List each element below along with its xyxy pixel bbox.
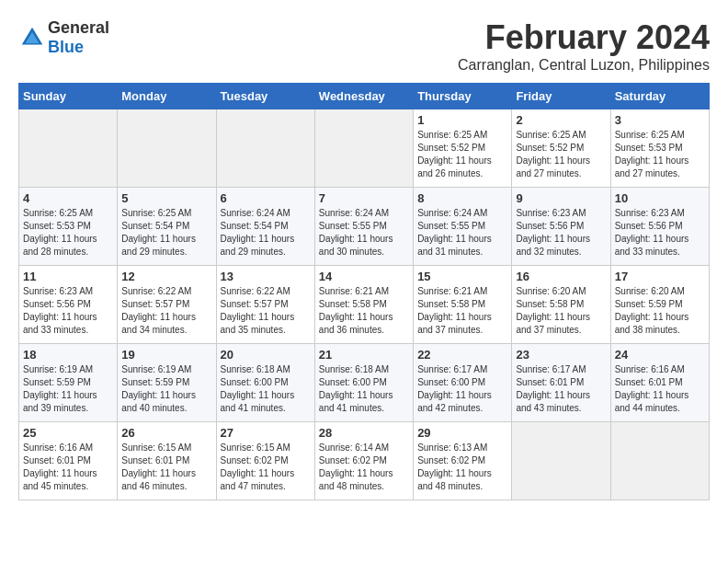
calendar-cell: 1Sunrise: 6:25 AMSunset: 5:52 PMDaylight…	[414, 109, 512, 188]
calendar-cell: 7Sunrise: 6:24 AMSunset: 5:55 PMDaylight…	[314, 188, 413, 266]
calendar-cell: 19Sunrise: 6:19 AMSunset: 5:59 PMDayligh…	[118, 344, 216, 422]
calendar-table: SundayMondayTuesdayWednesdayThursdayFrid…	[18, 83, 710, 500]
calendar-cell	[512, 422, 610, 500]
cell-info: Sunrise: 6:25 AMSunset: 5:53 PMDaylight:…	[615, 129, 705, 180]
calendar-cell: 12Sunrise: 6:22 AMSunset: 5:57 PMDayligh…	[118, 266, 216, 344]
day-number: 15	[417, 270, 507, 283]
day-number: 6	[221, 191, 311, 205]
cell-info: Sunrise: 6:18 AMSunset: 6:00 PMDaylight:…	[221, 363, 311, 415]
calendar-cell: 28Sunrise: 6:14 AMSunset: 6:02 PMDayligh…	[314, 422, 413, 500]
cell-info: Sunrise: 6:23 AMSunset: 5:56 PMDaylight:…	[516, 207, 606, 259]
weekday-header-sunday: Sunday	[19, 84, 118, 109]
cell-info: Sunrise: 6:22 AMSunset: 5:57 PMDaylight:…	[121, 285, 211, 337]
calendar-cell: 13Sunrise: 6:22 AMSunset: 5:57 PMDayligh…	[216, 266, 314, 344]
calendar-cell	[19, 109, 118, 188]
cell-info: Sunrise: 6:25 AMSunset: 5:54 PMDaylight:…	[121, 207, 211, 259]
day-number: 8	[417, 191, 507, 205]
cell-info: Sunrise: 6:17 AMSunset: 6:01 PMDaylight:…	[516, 363, 606, 415]
cell-info: Sunrise: 6:13 AMSunset: 6:02 PMDaylight:…	[417, 442, 507, 493]
calendar-cell: 27Sunrise: 6:15 AMSunset: 6:02 PMDayligh…	[216, 422, 314, 500]
calendar-cell: 5Sunrise: 6:25 AMSunset: 5:54 PMDaylight…	[118, 188, 216, 266]
cell-info: Sunrise: 6:15 AMSunset: 6:02 PMDaylight:…	[221, 442, 311, 493]
day-number: 11	[23, 270, 113, 283]
day-number: 23	[516, 348, 606, 362]
day-number: 14	[319, 270, 409, 283]
day-number: 16	[516, 270, 606, 283]
cell-info: Sunrise: 6:17 AMSunset: 6:00 PMDaylight:…	[417, 363, 507, 415]
weekday-header-monday: Monday	[118, 84, 216, 109]
page-header: General Blue February 2024 Carranglan, C…	[18, 18, 710, 74]
day-number: 2	[516, 113, 606, 127]
weekday-header-friday: Friday	[512, 84, 610, 109]
cell-info: Sunrise: 6:20 AMSunset: 5:59 PMDaylight:…	[615, 285, 705, 337]
cell-info: Sunrise: 6:23 AMSunset: 5:56 PMDaylight:…	[23, 285, 113, 337]
calendar-cell: 22Sunrise: 6:17 AMSunset: 6:00 PMDayligh…	[414, 344, 512, 422]
calendar-cell: 24Sunrise: 6:16 AMSunset: 6:01 PMDayligh…	[610, 344, 709, 422]
cell-info: Sunrise: 6:24 AMSunset: 5:54 PMDaylight:…	[221, 207, 311, 259]
title-section: February 2024 Carranglan, Central Luzon,…	[458, 18, 710, 74]
calendar-cell: 4Sunrise: 6:25 AMSunset: 5:53 PMDaylight…	[19, 188, 118, 266]
day-number: 20	[221, 348, 311, 362]
cell-info: Sunrise: 6:21 AMSunset: 5:58 PMDaylight:…	[319, 285, 409, 337]
cell-info: Sunrise: 6:19 AMSunset: 5:59 PMDaylight:…	[23, 363, 113, 415]
calendar-cell: 9Sunrise: 6:23 AMSunset: 5:56 PMDaylight…	[512, 188, 610, 266]
calendar-cell: 10Sunrise: 6:23 AMSunset: 5:56 PMDayligh…	[610, 188, 709, 266]
day-number: 19	[121, 348, 211, 362]
day-number: 4	[23, 191, 113, 205]
weekday-header-tuesday: Tuesday	[216, 84, 314, 109]
calendar-cell: 26Sunrise: 6:15 AMSunset: 6:01 PMDayligh…	[118, 422, 216, 500]
cell-info: Sunrise: 6:24 AMSunset: 5:55 PMDaylight:…	[417, 207, 507, 259]
calendar-week-1: 1Sunrise: 6:25 AMSunset: 5:52 PMDaylight…	[19, 109, 710, 188]
day-number: 22	[417, 348, 507, 362]
calendar-cell: 25Sunrise: 6:16 AMSunset: 6:01 PMDayligh…	[19, 422, 118, 500]
day-number: 27	[221, 426, 311, 440]
calendar-cell: 3Sunrise: 6:25 AMSunset: 5:53 PMDaylight…	[610, 109, 709, 188]
calendar-cell: 14Sunrise: 6:21 AMSunset: 5:58 PMDayligh…	[314, 266, 413, 344]
calendar-cell	[216, 109, 314, 188]
calendar-cell: 18Sunrise: 6:19 AMSunset: 5:59 PMDayligh…	[19, 344, 118, 422]
cell-info: Sunrise: 6:16 AMSunset: 6:01 PMDaylight:…	[615, 363, 705, 415]
calendar-cell	[610, 422, 709, 500]
calendar-week-3: 11Sunrise: 6:23 AMSunset: 5:56 PMDayligh…	[19, 266, 710, 344]
cell-info: Sunrise: 6:15 AMSunset: 6:01 PMDaylight:…	[121, 442, 211, 493]
calendar-cell: 15Sunrise: 6:21 AMSunset: 5:58 PMDayligh…	[414, 266, 512, 344]
cell-info: Sunrise: 6:21 AMSunset: 5:58 PMDaylight:…	[417, 285, 507, 337]
cell-info: Sunrise: 6:25 AMSunset: 5:53 PMDaylight:…	[23, 207, 113, 259]
cell-info: Sunrise: 6:22 AMSunset: 5:57 PMDaylight:…	[221, 285, 311, 337]
calendar-week-5: 25Sunrise: 6:16 AMSunset: 6:01 PMDayligh…	[19, 422, 710, 500]
location: Carranglan, Central Luzon, Philippines	[458, 57, 710, 74]
day-number: 24	[615, 348, 705, 362]
day-number: 13	[221, 270, 311, 283]
day-number: 21	[319, 348, 409, 362]
day-number: 10	[615, 191, 705, 205]
day-number: 17	[615, 270, 705, 283]
cell-info: Sunrise: 6:25 AMSunset: 5:52 PMDaylight:…	[516, 129, 606, 180]
cell-info: Sunrise: 6:14 AMSunset: 6:02 PMDaylight:…	[319, 442, 409, 493]
logo-icon	[18, 24, 46, 52]
calendar-cell	[314, 109, 413, 188]
day-number: 5	[121, 191, 211, 205]
day-number: 7	[319, 191, 409, 205]
cell-info: Sunrise: 6:23 AMSunset: 5:56 PMDaylight:…	[615, 207, 705, 259]
cell-info: Sunrise: 6:19 AMSunset: 5:59 PMDaylight:…	[121, 363, 211, 415]
calendar-cell: 6Sunrise: 6:24 AMSunset: 5:54 PMDaylight…	[216, 188, 314, 266]
calendar-cell: 20Sunrise: 6:18 AMSunset: 6:00 PMDayligh…	[216, 344, 314, 422]
logo-general: General	[48, 18, 109, 37]
calendar-cell: 23Sunrise: 6:17 AMSunset: 6:01 PMDayligh…	[512, 344, 610, 422]
cell-info: Sunrise: 6:24 AMSunset: 5:55 PMDaylight:…	[319, 207, 409, 259]
day-number: 3	[615, 113, 705, 127]
calendar-week-4: 18Sunrise: 6:19 AMSunset: 5:59 PMDayligh…	[19, 344, 710, 422]
calendar-week-2: 4Sunrise: 6:25 AMSunset: 5:53 PMDaylight…	[19, 188, 710, 266]
cell-info: Sunrise: 6:18 AMSunset: 6:00 PMDaylight:…	[319, 363, 409, 415]
calendar-cell: 17Sunrise: 6:20 AMSunset: 5:59 PMDayligh…	[610, 266, 709, 344]
calendar-cell: 16Sunrise: 6:20 AMSunset: 5:58 PMDayligh…	[512, 266, 610, 344]
day-number: 29	[417, 426, 507, 440]
weekday-header-wednesday: Wednesday	[314, 84, 413, 109]
cell-info: Sunrise: 6:20 AMSunset: 5:58 PMDaylight:…	[516, 285, 606, 337]
day-number: 12	[121, 270, 211, 283]
weekday-header-thursday: Thursday	[414, 84, 512, 109]
cell-info: Sunrise: 6:25 AMSunset: 5:52 PMDaylight:…	[417, 129, 507, 180]
day-number: 9	[516, 191, 606, 205]
calendar-cell: 2Sunrise: 6:25 AMSunset: 5:52 PMDaylight…	[512, 109, 610, 188]
logo-blue: Blue	[48, 38, 84, 56]
